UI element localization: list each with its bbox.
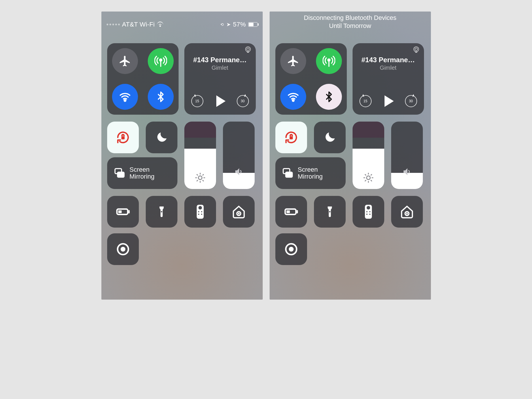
do-not-disturb-toggle[interactable] <box>146 122 177 153</box>
volume-slider[interactable] <box>391 122 423 189</box>
screen-record-icon <box>116 242 130 256</box>
flashlight-toggle[interactable] <box>314 196 346 228</box>
airplane-mode-toggle[interactable] <box>112 48 138 74</box>
bluetooth-icon <box>323 91 335 103</box>
cellular-antenna-icon <box>154 55 167 67</box>
screen-mirroring-icon <box>113 167 126 179</box>
battery-percent-label: 57% <box>233 21 246 28</box>
svg-point-39 <box>366 176 370 180</box>
battery-low-power-icon <box>115 204 131 220</box>
svg-point-2 <box>124 100 126 101</box>
bluetooth-toggle[interactable] <box>316 84 342 110</box>
screen-record-button[interactable] <box>275 233 307 265</box>
apple-tv-remote-button[interactable] <box>353 196 384 228</box>
media-controls-tile[interactable]: #143 Permane… Gimlet 15 30 <box>184 43 256 115</box>
svg-point-24 <box>201 211 202 212</box>
cellular-antenna-icon <box>323 55 335 67</box>
status-message-line2: Until Tomorrow <box>270 22 431 30</box>
bluetooth-icon <box>155 91 166 103</box>
skip-forward-button[interactable]: 30 <box>237 95 249 107</box>
wifi-status-icon <box>157 22 163 27</box>
screen-record-button[interactable] <box>107 233 139 265</box>
status-bar: AT&T Wi-Fi ⟲ ➤ 57% <box>101 12 263 37</box>
bluetooth-toggle[interactable] <box>148 84 174 110</box>
speaker-icon <box>402 167 412 177</box>
wifi-toggle[interactable] <box>280 84 306 110</box>
airplane-mode-toggle[interactable] <box>280 48 306 74</box>
play-button[interactable] <box>383 95 394 107</box>
svg-point-8 <box>198 176 202 180</box>
svg-rect-18 <box>118 210 122 213</box>
svg-point-22 <box>198 206 202 209</box>
moon-icon <box>155 131 168 144</box>
brightness-slider[interactable] <box>184 122 216 189</box>
svg-point-55 <box>369 211 370 212</box>
battery-icon <box>248 22 258 27</box>
svg-rect-49 <box>286 210 290 213</box>
svg-point-25 <box>198 214 199 215</box>
play-button[interactable] <box>215 95 226 107</box>
cellular-data-toggle[interactable] <box>316 48 342 74</box>
skip-back-button[interactable]: 15 <box>191 95 203 107</box>
skip-back-button[interactable]: 15 <box>359 95 372 107</box>
low-power-mode-toggle[interactable] <box>107 196 139 228</box>
flashlight-icon <box>155 205 168 218</box>
media-controls-tile[interactable]: #143 Permane… Gimlet 15 30 <box>353 43 424 115</box>
svg-line-14 <box>203 180 203 181</box>
sun-icon <box>363 172 374 183</box>
svg-point-54 <box>366 211 367 212</box>
screen-mirroring-button[interactable]: Screen Mirroring <box>107 157 177 189</box>
skip-back-seconds: 15 <box>363 99 367 103</box>
svg-point-26 <box>201 214 202 215</box>
moon-icon <box>323 131 336 144</box>
status-bar-right: ⟲ ➤ 57% <box>220 21 257 28</box>
orientation-lock-toggle[interactable] <box>107 122 139 153</box>
svg-line-13 <box>197 175 197 175</box>
brightness-slider[interactable] <box>353 122 384 189</box>
media-subtitle: Gimlet <box>212 65 228 71</box>
low-power-mode-toggle[interactable] <box>275 196 307 228</box>
airplay-icon[interactable] <box>244 46 252 54</box>
orientation-lock-icon <box>115 130 131 145</box>
svg-line-45 <box>371 180 372 181</box>
svg-point-57 <box>369 214 370 215</box>
media-subtitle: Gimlet <box>380 65 397 71</box>
do-not-disturb-toggle[interactable] <box>314 122 346 153</box>
svg-point-51 <box>329 211 330 213</box>
apple-tv-remote-icon <box>363 204 374 219</box>
home-icon <box>400 205 414 219</box>
connectivity-cluster <box>275 43 347 115</box>
svg-line-16 <box>203 175 203 175</box>
svg-point-3 <box>245 47 250 52</box>
airplay-icon[interactable] <box>412 46 420 54</box>
cellular-data-toggle[interactable] <box>148 48 174 74</box>
sun-icon <box>195 172 206 183</box>
wifi-toggle[interactable] <box>112 84 138 110</box>
speaker-icon <box>234 167 244 177</box>
home-button[interactable] <box>391 196 423 228</box>
location-status-icon: ➤ <box>226 21 231 28</box>
skip-forward-seconds: 30 <box>241 99 245 103</box>
status-bar-left: AT&T Wi-Fi <box>107 21 164 28</box>
home-button[interactable] <box>223 196 255 228</box>
apple-tv-remote-button[interactable] <box>184 196 216 228</box>
orientation-lock-toggle[interactable] <box>275 122 307 153</box>
orientation-lock-icon <box>283 130 299 145</box>
svg-line-46 <box>365 180 366 181</box>
volume-slider[interactable] <box>223 122 255 189</box>
wifi-icon <box>119 90 131 103</box>
screen-mirroring-button[interactable]: Screen Mirroring <box>275 157 346 189</box>
svg-rect-38 <box>286 172 292 177</box>
media-title: #143 Permane… <box>190 56 251 64</box>
connectivity-cluster <box>107 43 179 115</box>
flashlight-toggle[interactable] <box>146 196 177 228</box>
status-message: Disconnecting Bluetooth Devices Until To… <box>270 14 431 30</box>
orientation-lock-status-icon: ⟲ <box>220 22 224 27</box>
skip-forward-button[interactable]: 30 <box>405 95 417 107</box>
svg-point-34 <box>414 47 419 52</box>
battery-low-power-icon <box>283 204 299 220</box>
svg-point-23 <box>198 211 199 212</box>
svg-point-20 <box>161 211 162 213</box>
home-icon <box>232 205 246 219</box>
svg-point-4 <box>247 48 249 51</box>
